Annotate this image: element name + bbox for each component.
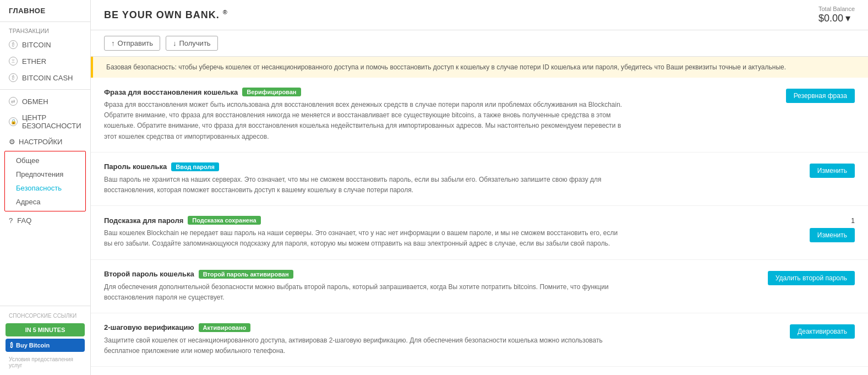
security-center-icon: 🔒 xyxy=(9,117,18,126)
sidebar-bottom: СПОНСОРСКИЕ ССЫЛКИ IN 5 MINUTES ₿ Buy Bi… xyxy=(0,306,90,375)
total-balance-amount: $0.00 xyxy=(818,13,843,24)
settings-icon: ⚙ xyxy=(9,138,15,146)
two-fa-title: 2-шаговую верификацию Активировано xyxy=(104,323,756,332)
sidebar-faq-label: FAQ xyxy=(17,216,31,225)
sidebar-item-bitcoin[interactable]: ₿ BITCOIN xyxy=(0,36,90,53)
two-fa-section: 2-шаговую верификацию Активировано Защит… xyxy=(91,313,868,367)
exchange-icon: ⇄ xyxy=(9,97,18,106)
recovery-phrase-content: Фраза для восстановления кошелька Верифи… xyxy=(104,88,756,142)
sidebar-security-center-label: ЦЕНТР БЕЗОПАСНОСТИ xyxy=(22,113,81,130)
sidebar-item-faq[interactable]: ? FAQ xyxy=(0,213,90,229)
sidebar-item-bitcoin-label: BITCOIN xyxy=(22,41,51,49)
header: BE YOUR OWN BANK. ® Total Balance $0.00 … xyxy=(91,0,868,30)
password-hint-section: Подсказка для пароля Подсказка сохранена… xyxy=(91,206,868,259)
sidebar-item-ether[interactable]: Ξ ETHER xyxy=(0,53,90,69)
balance-chevron-icon[interactable]: ▾ xyxy=(845,12,850,24)
sidebar-item-settings[interactable]: ⚙ НАСТРОЙКИ xyxy=(0,134,90,150)
remember-2fa-section: Запомнить 2-шаговую верификацию Активиро… xyxy=(91,367,868,375)
two-fa-button[interactable]: Деактивировать xyxy=(790,324,855,339)
password-hint-badge: Подсказка сохранена xyxy=(188,216,260,225)
two-fa-title-text: 2-шаговую верификацию xyxy=(104,323,194,331)
total-balance-value[interactable]: $0.00 ▾ xyxy=(818,12,855,24)
wallet-password-title-text: Пароль кошелька xyxy=(104,162,167,171)
page-title-text: BE YOUR OWN BANK. xyxy=(104,9,220,20)
settings-submenu-security[interactable]: Безопасность xyxy=(5,181,85,195)
second-password-action: Удалить второй пароль xyxy=(767,270,855,285)
bitcoin-logo-icon: ₿ xyxy=(10,342,13,349)
bitcoin-icon: ₿ xyxy=(9,40,18,49)
ether-icon: Ξ xyxy=(9,57,18,66)
toolbar: ↑ Отправить ↓ Получить xyxy=(91,30,868,57)
sidebar-item-ether-label: ETHER xyxy=(22,57,46,66)
sidebar-settings-label: НАСТРОЙКИ xyxy=(19,138,62,146)
settings-submenu-general[interactable]: Общее xyxy=(5,154,85,167)
password-hint-number: 1 xyxy=(844,217,855,225)
sidebar-item-exchange[interactable]: ⇄ ОБМЕН xyxy=(0,93,90,110)
wallet-password-action: Изменить xyxy=(767,162,855,178)
receive-label: Получить xyxy=(179,39,210,47)
buy-bitcoin-label: Buy Bitcoin xyxy=(16,342,50,349)
password-hint-action: 1 Изменить xyxy=(767,216,855,242)
second-password-desc: Для обеспечения дополнительной безопасно… xyxy=(104,282,627,303)
sidebar-logo: ГЛАВНОЕ xyxy=(0,0,90,22)
send-button[interactable]: ↑ Отправить xyxy=(104,36,160,51)
sidebar-item-bitcoin-cash[interactable]: ₿ BITCOIN CASH xyxy=(0,69,90,86)
page-title: BE YOUR OWN BANK. ® xyxy=(104,9,228,21)
send-icon: ↑ xyxy=(111,39,115,47)
sidebar-exchange-label: ОБМЕН xyxy=(22,97,48,106)
password-hint-button[interactable]: Изменить xyxy=(810,228,855,242)
recovery-phrase-title: Фраза для восстановления кошелька Верифи… xyxy=(104,88,756,96)
recovery-phrase-section: Фраза для восстановления кошелька Верифи… xyxy=(91,78,868,153)
settings-submenu-preferences[interactable]: Предпочтения xyxy=(5,167,85,181)
second-password-title-text: Второй пароль кошелька xyxy=(104,270,194,278)
total-balance-label: Total Balance xyxy=(818,6,855,12)
password-hint-desc: Ваш кошелек Blockchain не передает ваш п… xyxy=(104,228,627,249)
second-password-section: Второй пароль кошелька Второй пароль акт… xyxy=(91,260,868,313)
password-hint-content: Подсказка для пароля Подсказка сохранена… xyxy=(104,216,756,249)
wallet-password-badge: Ввод пароля xyxy=(171,162,219,171)
main-content: BE YOUR OWN BANK. ® Total Balance $0.00 … xyxy=(91,0,868,375)
second-password-content: Второй пароль кошелька Второй пароль акт… xyxy=(104,270,756,303)
settings-submenu-addresses[interactable]: Адреса xyxy=(5,195,85,209)
bitcoin-cash-icon: ₿ xyxy=(9,73,18,82)
settings-submenu: Общее Предпочтения Безопасность Адреса xyxy=(4,151,86,211)
wallet-password-desc: Ваш пароль не хранится на наших серверах… xyxy=(104,175,627,195)
warning-text: Базовая безопасность: чтобы уберечь коше… xyxy=(106,63,786,71)
recovery-phrase-title-text: Фраза для восстановления кошелька xyxy=(104,88,238,96)
content-area: Базовая безопасность: чтобы уберечь коше… xyxy=(91,57,868,375)
two-fa-action: Деактивировать xyxy=(767,323,855,339)
transactions-label: Транзакции xyxy=(0,22,90,36)
receive-icon: ↓ xyxy=(173,39,177,47)
faq-icon: ? xyxy=(9,216,13,225)
two-fa-desc: Защитите свой кошелек от несанкционирова… xyxy=(104,335,627,356)
receive-button[interactable]: ↓ Получить xyxy=(166,36,218,51)
recovery-phrase-button[interactable]: Резервная фраза xyxy=(786,89,855,103)
recovery-phrase-desc: Фраза для восстановления может быть испо… xyxy=(104,100,627,142)
second-password-button[interactable]: Удалить второй пароль xyxy=(768,271,855,285)
password-hint-title: Подсказка для пароля Подсказка сохранена xyxy=(104,216,756,225)
warning-banner: Базовая безопасность: чтобы уберечь коше… xyxy=(91,57,868,78)
wallet-password-content: Пароль кошелька Ввод пароля Ваш пароль н… xyxy=(104,162,756,195)
sponsor-btn-minutes[interactable]: IN 5 MINUTES xyxy=(6,323,85,336)
sponsor-btn-buy-bitcoin[interactable]: ₿ Buy Bitcoin xyxy=(6,339,85,352)
total-balance: Total Balance $0.00 ▾ xyxy=(818,6,855,24)
wallet-password-button[interactable]: Изменить xyxy=(810,164,855,178)
second-password-badge: Второй пароль активирован xyxy=(199,270,293,279)
send-label: Отправить xyxy=(118,39,153,47)
registered-symbol: ® xyxy=(223,9,228,15)
two-fa-badge: Активировано xyxy=(199,323,251,332)
recovery-phrase-action: Резервная фраза xyxy=(767,88,855,103)
sidebar-item-bitcoin-cash-label: BITCOIN CASH xyxy=(22,74,73,82)
wallet-password-title: Пароль кошелька Ввод пароля xyxy=(104,162,756,171)
sidebar: ГЛАВНОЕ Транзакции ₿ BITCOIN Ξ ETHER ₿ B… xyxy=(0,0,91,375)
two-fa-content: 2-шаговую верификацию Активировано Защит… xyxy=(104,323,756,356)
sidebar-item-security-center[interactable]: 🔒 ЦЕНТР БЕЗОПАСНОСТИ xyxy=(0,110,90,134)
terms-link[interactable]: Условия предоставления услуг xyxy=(0,354,90,371)
recovery-phrase-badge: Верифицирован xyxy=(242,88,301,96)
password-hint-title-text: Подсказка для пароля xyxy=(104,216,183,225)
second-password-title: Второй пароль кошелька Второй пароль акт… xyxy=(104,270,756,279)
sponsor-label: СПОНСОРСКИЕ ССЫЛКИ xyxy=(0,311,90,321)
wallet-password-section: Пароль кошелька Ввод пароля Ваш пароль н… xyxy=(91,153,868,206)
